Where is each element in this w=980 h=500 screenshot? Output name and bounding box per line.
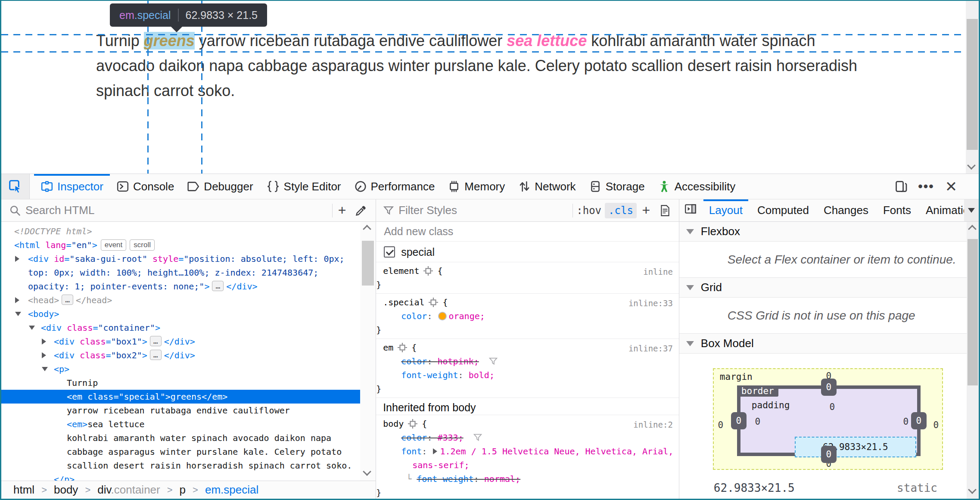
markup-row-text-kohlrabi[interactable]: kohlrabi amaranth water spinach avocado … (1, 431, 376, 472)
box-model-content[interactable]: 62.9833×21.5 (795, 437, 916, 457)
collapsed-content-badge[interactable]: … (62, 295, 73, 305)
collapsed-content-badge[interactable]: … (150, 350, 162, 360)
flexbox-section-header[interactable]: Flexbox (679, 222, 979, 242)
tab-inspector[interactable]: Inspector (34, 174, 110, 199)
layout-scrollbar-thumb[interactable] (968, 239, 978, 385)
scroll-down-icon[interactable] (967, 161, 976, 170)
event-badge[interactable]: event (101, 239, 127, 251)
tab-layout[interactable]: Layout (702, 199, 750, 221)
page-scrollbar[interactable] (966, 1, 979, 174)
breadcrumb-item-em-special[interactable]: em.special (205, 483, 258, 497)
tab-network[interactable]: Network (511, 174, 582, 199)
add-node-button[interactable]: + (333, 201, 352, 220)
tab-style-editor[interactable]: Style Editor (260, 174, 348, 199)
color-swatch-orange[interactable] (438, 312, 447, 320)
add-new-class-input[interactable] (384, 225, 671, 238)
expand-icon[interactable] (42, 339, 46, 345)
markup-row-p[interactable]: <p> (1, 362, 376, 376)
highlight-selector-icon[interactable] (429, 298, 438, 307)
class-toggle-button[interactable]: .cls (605, 203, 637, 218)
border-top-value[interactable]: 0 (821, 379, 837, 396)
tab-accessibility[interactable]: Accessibility (651, 174, 742, 199)
markup-row-em-sea-lettuce[interactable]: <em>sea lettuce (1, 417, 376, 431)
padding-right-value[interactable]: 0 (903, 416, 909, 427)
pseudo-class-toggle[interactable]: :hov (573, 203, 605, 218)
border-left-value[interactable]: 0 (731, 412, 747, 429)
border-bottom-value[interactable]: 0 (821, 446, 837, 463)
markup-row-text-yarrow[interactable]: yarrow ricebean rutabaga endive cauliflo… (1, 404, 376, 417)
tab-console[interactable]: Console (110, 174, 180, 199)
markup-row-div-box1[interactable]: <div class="box1">…</div> (1, 335, 376, 348)
scroll-down-icon[interactable] (968, 485, 977, 494)
markup-row-div-box2[interactable]: <div class="box2">…</div> (1, 348, 376, 362)
markup-row-head[interactable]: <head>…</head> (1, 293, 376, 307)
markup-row-text-turnip[interactable]: Turnip (1, 376, 376, 390)
tab-memory[interactable]: Memory (441, 174, 511, 199)
grid-section-header[interactable]: Grid (679, 278, 979, 298)
scroll-up-icon[interactable] (363, 225, 371, 233)
declaration-color-hotpink-overridden[interactable]: color: hotpink; (376, 354, 679, 368)
markup-row-body[interactable]: <body> (1, 307, 376, 321)
tab-animations[interactable]: Animations (918, 199, 964, 221)
add-rule-button[interactable]: + (637, 201, 656, 220)
highlight-selector-icon[interactable] (423, 266, 433, 276)
pick-element-button[interactable] (1, 174, 30, 199)
breadcrumb-item-html[interactable]: html (13, 483, 34, 497)
page-scrollbar-thumb[interactable] (967, 19, 978, 150)
collapsed-content-badge[interactable]: … (212, 281, 224, 291)
new-stylesheet-button[interactable] (656, 201, 675, 220)
devtools-menu-button[interactable]: ••• (916, 176, 936, 197)
overridden-filter-icon[interactable] (473, 433, 482, 442)
declaration-color-333-overridden[interactable]: color: #333; (376, 431, 679, 444)
collapse-icon[interactable] (42, 367, 48, 371)
close-devtools-button[interactable]: ✕ (941, 176, 961, 197)
tab-debugger[interactable]: Debugger (180, 174, 259, 199)
markup-row-p-close[interactable]: </p> (1, 472, 376, 481)
padding-left-value[interactable]: 0 (755, 416, 761, 427)
scroll-up-icon[interactable] (968, 225, 977, 233)
class-checkbox[interactable] (384, 246, 395, 258)
declaration-color-orange[interactable]: color: orange; (376, 309, 679, 323)
markup-row-html[interactable]: <html lang="en">eventscroll (1, 238, 376, 252)
markup-scrollbar[interactable] (360, 222, 376, 481)
collapsed-content-badge[interactable]: … (150, 336, 162, 346)
breadcrumb-item-div-container[interactable]: div.container (97, 483, 160, 497)
margin-right-value[interactable]: 0 (933, 420, 939, 430)
expand-icon[interactable] (15, 256, 19, 262)
rule-location[interactable]: inline:2 (633, 418, 673, 432)
markup-scrollbar-thumb[interactable] (362, 241, 374, 286)
markup-row-div-container[interactable]: <div class="container"> (1, 321, 376, 335)
border-right-value[interactable]: 0 (911, 412, 927, 429)
rule-location[interactable]: inline:37 (628, 342, 673, 355)
search-html-input[interactable] (25, 204, 332, 217)
highlight-selector-icon[interactable] (408, 419, 417, 429)
eyedropper-button[interactable] (352, 201, 370, 220)
scroll-down-icon[interactable] (363, 467, 371, 476)
markup-row-saka-div[interactable]: <div id="saka-gui-root" style="position:… (1, 252, 376, 293)
scroll-badge[interactable]: scroll (130, 239, 155, 251)
tab-changes[interactable]: Changes (816, 199, 876, 221)
declaration-font-weight-bold[interactable]: font-weight: bold; (376, 368, 679, 382)
breadcrumb-item-body[interactable]: body (54, 483, 78, 497)
rule-location[interactable]: inline (643, 265, 673, 279)
rule-location[interactable]: inline:33 (628, 296, 673, 310)
box-model-section-header[interactable]: Box Model (679, 334, 979, 354)
collapse-icon[interactable] (29, 326, 35, 330)
markup-row-doctype[interactable]: <!DOCTYPE html> (1, 224, 376, 238)
tab-storage[interactable]: Storage (582, 174, 651, 199)
all-tabs-dropdown[interactable] (964, 199, 979, 221)
filter-styles-input[interactable] (398, 204, 572, 217)
responsive-mode-button[interactable] (891, 176, 912, 197)
rule-selector[interactable]: element { (376, 264, 679, 278)
breadcrumb-item-p[interactable]: p (180, 483, 186, 497)
expand-sidebar-button[interactable] (681, 199, 700, 218)
tab-fonts[interactable]: Fonts (876, 199, 918, 221)
margin-left-value[interactable]: 0 (718, 420, 724, 430)
highlight-selector-icon[interactable] (398, 343, 407, 352)
tab-performance[interactable]: Performance (348, 174, 442, 199)
expand-shorthand-icon[interactable] (433, 448, 437, 454)
expand-icon[interactable] (15, 297, 19, 303)
expand-icon[interactable] (42, 352, 46, 358)
markup-row-em-special-selected[interactable]: <em class="special">greens</em> (1, 390, 360, 404)
collapse-icon[interactable] (15, 312, 21, 316)
